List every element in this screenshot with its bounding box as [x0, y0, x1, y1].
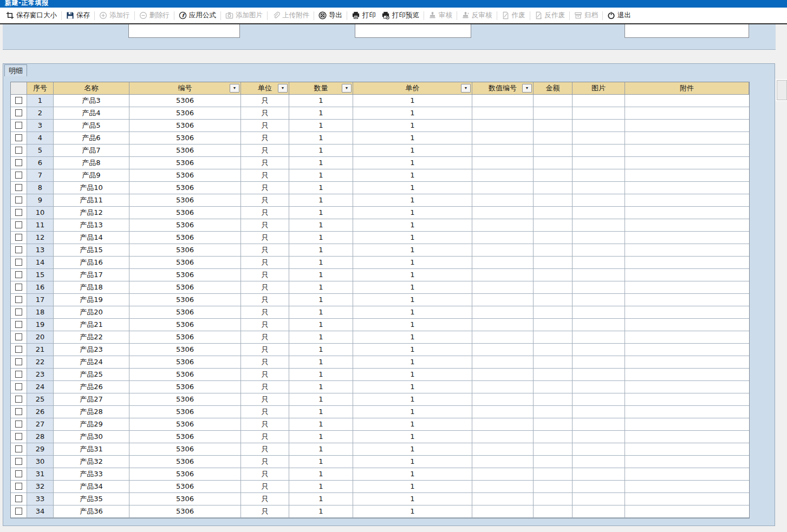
cell-attachment[interactable]: [625, 95, 749, 107]
cell-name[interactable]: 产品22: [54, 331, 129, 344]
cell-code[interactable]: 5306: [129, 281, 241, 294]
cell-amount[interactable]: [534, 232, 573, 244]
cell-unit[interactable]: 只: [241, 418, 289, 431]
cell-attachment[interactable]: [625, 505, 749, 518]
unit-filter-dropdown[interactable]: ▼: [278, 84, 288, 93]
cell-unit[interactable]: 只: [241, 232, 289, 244]
cell-attachment[interactable]: [625, 132, 749, 145]
cell-attachment[interactable]: [625, 431, 749, 443]
cell-attachment[interactable]: [625, 481, 749, 493]
cell-price[interactable]: 1: [353, 406, 472, 418]
delete-row-button[interactable]: 删除行: [136, 11, 173, 20]
form-field-3[interactable]: [625, 24, 749, 38]
cell-image[interactable]: [573, 294, 625, 306]
cell-qty[interactable]: 1: [289, 169, 353, 182]
cell-unit[interactable]: 只: [241, 406, 289, 418]
cell-qty[interactable]: 1: [289, 369, 353, 381]
cell-amount[interactable]: [534, 182, 573, 194]
cell-price[interactable]: 1: [353, 481, 472, 493]
cell-price[interactable]: 1: [353, 505, 472, 518]
cell-code[interactable]: 5306: [129, 443, 241, 456]
row-checkbox[interactable]: [15, 346, 22, 353]
cell-image[interactable]: [573, 468, 625, 481]
cell-attachment[interactable]: [625, 369, 749, 381]
cell-code[interactable]: 5306: [129, 369, 241, 381]
cell-qty[interactable]: 1: [289, 381, 353, 393]
cell-qty[interactable]: 1: [289, 182, 353, 194]
cell-code[interactable]: 5306: [129, 344, 241, 356]
cell-image[interactable]: [573, 431, 625, 443]
cell-image[interactable]: [573, 244, 625, 257]
cell-num-code[interactable]: [472, 381, 534, 393]
row-checkbox[interactable]: [15, 495, 22, 502]
cell-unit[interactable]: 只: [241, 269, 289, 281]
cell-price[interactable]: 1: [353, 319, 472, 331]
cell-amount[interactable]: [534, 281, 573, 294]
cell-name[interactable]: 产品26: [54, 381, 129, 393]
cell-num-code[interactable]: [472, 107, 534, 120]
cell-price[interactable]: 1: [353, 182, 472, 194]
row-checkbox[interactable]: [15, 383, 22, 390]
unaudit-button[interactable]: 反审核: [459, 11, 495, 20]
cell-attachment[interactable]: [625, 269, 749, 281]
cell-code[interactable]: 5306: [129, 194, 241, 207]
cell-amount[interactable]: [534, 456, 573, 468]
cell-price[interactable]: 1: [353, 369, 472, 381]
cell-num-code[interactable]: [472, 120, 534, 132]
cell-name[interactable]: 产品11: [54, 194, 129, 207]
cell-num-code[interactable]: [472, 169, 534, 182]
cell-code[interactable]: 5306: [129, 505, 241, 518]
row-checkbox[interactable]: [15, 134, 22, 141]
cell-price[interactable]: 1: [353, 431, 472, 443]
price-filter-dropdown[interactable]: ▼: [461, 84, 471, 93]
cell-num-code[interactable]: [472, 319, 534, 331]
qty-filter-dropdown[interactable]: ▼: [342, 84, 352, 93]
cell-attachment[interactable]: [625, 169, 749, 182]
cell-code[interactable]: 5306: [129, 294, 241, 306]
cell-price[interactable]: 1: [353, 95, 472, 107]
cell-name[interactable]: 产品27: [54, 393, 129, 406]
cell-code[interactable]: 5306: [129, 269, 241, 281]
apply-formula-button[interactable]: f 应用公式: [176, 11, 219, 20]
cell-name[interactable]: 产品9: [54, 169, 129, 182]
cell-price[interactable]: 1: [353, 493, 472, 505]
cell-code[interactable]: 5306: [129, 406, 241, 418]
cell-qty[interactable]: 1: [289, 294, 353, 306]
cell-name[interactable]: 产品35: [54, 493, 129, 505]
cell-name[interactable]: 产品7: [54, 145, 129, 157]
cell-amount[interactable]: [534, 493, 573, 505]
form-field-2[interactable]: [355, 24, 471, 38]
cell-name[interactable]: 产品36: [54, 505, 129, 518]
cell-attachment[interactable]: [625, 194, 749, 207]
cell-amount[interactable]: [534, 369, 573, 381]
row-checkbox[interactable]: [15, 321, 22, 328]
cell-unit[interactable]: 只: [241, 132, 289, 145]
cell-price[interactable]: 1: [353, 344, 472, 356]
row-checkbox[interactable]: [15, 184, 22, 191]
cell-qty[interactable]: 1: [289, 393, 353, 406]
cell-name[interactable]: 产品17: [54, 269, 129, 281]
cell-num-code[interactable]: [472, 331, 534, 344]
cell-name[interactable]: 产品6: [54, 132, 129, 145]
cell-image[interactable]: [573, 381, 625, 393]
cell-amount[interactable]: [534, 194, 573, 207]
cell-image[interactable]: [573, 481, 625, 493]
row-checkbox[interactable]: [15, 433, 22, 440]
row-checkbox[interactable]: [15, 172, 22, 179]
cell-num-code[interactable]: [472, 281, 534, 294]
cell-qty[interactable]: 1: [289, 468, 353, 481]
cell-code[interactable]: 5306: [129, 232, 241, 244]
row-checkbox[interactable]: [15, 483, 22, 490]
cell-qty[interactable]: 1: [289, 456, 353, 468]
cell-code[interactable]: 5306: [129, 145, 241, 157]
cell-qty[interactable]: 1: [289, 306, 353, 319]
cell-image[interactable]: [573, 443, 625, 456]
cell-qty[interactable]: 1: [289, 319, 353, 331]
cell-unit[interactable]: 只: [241, 244, 289, 257]
cell-price[interactable]: 1: [353, 244, 472, 257]
cell-amount[interactable]: [534, 257, 573, 269]
cell-amount[interactable]: [534, 95, 573, 107]
cell-num-code[interactable]: [472, 443, 534, 456]
cell-image[interactable]: [573, 306, 625, 319]
cell-attachment[interactable]: [625, 244, 749, 257]
